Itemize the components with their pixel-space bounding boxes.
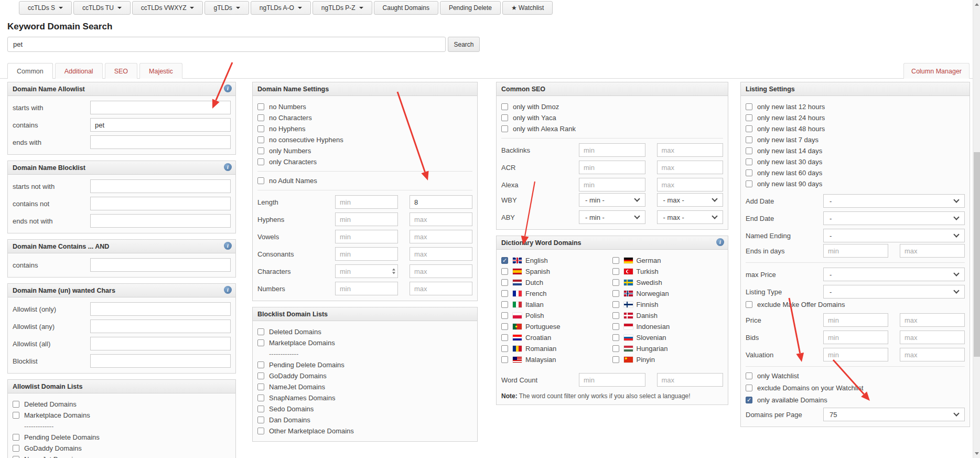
column-manager-button[interactable]: Column Manager — [903, 63, 970, 79]
domain-list-option[interactable]: Pending Delete Domains — [13, 433, 231, 442]
language-option[interactable]: Hungarian — [612, 344, 724, 353]
checkbox[interactable] — [501, 290, 508, 297]
checkbox[interactable] — [257, 372, 264, 379]
listing-option[interactable]: only new last 48 hours — [746, 124, 965, 133]
checkbox[interactable] — [257, 361, 264, 368]
checkbox[interactable] — [257, 147, 264, 154]
filter-tab[interactable]: Majestic — [139, 63, 182, 79]
checkbox[interactable] — [257, 395, 264, 401]
min-input[interactable] — [579, 373, 645, 387]
max-select[interactable]: - max - — [657, 210, 724, 224]
domain-list-option[interactable]: Deleted Domains — [257, 327, 472, 336]
checkbox[interactable] — [501, 279, 508, 286]
info-icon[interactable] — [224, 286, 232, 294]
checkbox[interactable] — [501, 268, 508, 275]
language-option[interactable]: Spanish — [501, 267, 612, 276]
checkbox[interactable] — [257, 136, 264, 143]
domain-list-option[interactable]: Marketplace Domains — [257, 338, 472, 347]
checkbox[interactable] — [257, 384, 264, 390]
checkbox[interactable] — [612, 323, 619, 330]
domain-list-option[interactable]: Pending Delete Domains — [257, 360, 472, 369]
domain-list-option[interactable]: Other Marketplace Domains — [257, 427, 472, 435]
watchlist-option[interactable]: exclude Domains on your Watchlist — [746, 384, 965, 392]
checkbox[interactable] — [746, 103, 752, 110]
seo-option[interactable]: only with Dmoz — [501, 102, 723, 111]
nav-button[interactable]: Caught Domains — [374, 1, 438, 15]
checkbox[interactable] — [501, 356, 508, 363]
min-input[interactable] — [335, 264, 398, 278]
language-option[interactable]: Pinyin — [612, 355, 724, 364]
text-input[interactable] — [90, 135, 231, 149]
setting-option[interactable]: no Characters — [257, 113, 472, 122]
checkbox[interactable] — [257, 406, 264, 412]
language-option[interactable]: Polish — [501, 311, 612, 320]
number-spinner[interactable] — [392, 269, 395, 274]
min-input[interactable] — [579, 161, 645, 174]
language-option[interactable]: Dutch — [501, 278, 612, 287]
domain-list-option[interactable]: SnapNames Domains — [257, 393, 472, 402]
domain-list-option[interactable]: Deleted Domains — [13, 400, 231, 409]
max-input[interactable] — [657, 178, 724, 191]
listing-option[interactable]: only new last 30 days — [746, 157, 965, 166]
info-icon[interactable] — [224, 84, 232, 92]
checkbox[interactable] — [257, 177, 264, 184]
max-input[interactable] — [900, 313, 965, 327]
checkbox[interactable] — [257, 114, 264, 121]
checkbox[interactable] — [257, 417, 264, 423]
max-input[interactable] — [900, 244, 965, 258]
checkbox[interactable] — [501, 334, 508, 341]
max-input[interactable] — [657, 373, 724, 387]
text-input[interactable] — [90, 337, 231, 350]
checkbox[interactable] — [746, 180, 752, 187]
seo-option[interactable]: only with Yaca — [501, 113, 723, 122]
checkbox[interactable] — [257, 428, 264, 434]
listing-option[interactable]: only new last 12 hours — [746, 102, 965, 111]
checkbox[interactable] — [746, 397, 752, 403]
min-input[interactable] — [823, 244, 888, 258]
domain-list-option[interactable]: GoDaddy Domains — [13, 444, 231, 453]
checkbox[interactable] — [501, 257, 508, 264]
checkbox[interactable] — [13, 412, 19, 419]
seo-option[interactable]: only with Alexa Rank — [501, 124, 723, 133]
max-input[interactable] — [657, 161, 724, 174]
min-input[interactable] — [335, 230, 398, 243]
listing-option[interactable]: only new last 90 days — [746, 179, 965, 188]
language-option[interactable]: Portuguese — [501, 322, 612, 331]
max-input[interactable] — [900, 331, 965, 344]
setting-option[interactable]: no consecutive Hyphens — [257, 135, 472, 144]
nav-button[interactable]: ngTLDs P-Z — [313, 1, 372, 15]
text-input[interactable] — [90, 319, 231, 333]
checkbox[interactable] — [746, 169, 752, 176]
text-input[interactable] — [90, 101, 231, 114]
language-option[interactable]: Malaysian — [501, 355, 612, 364]
language-option[interactable]: French — [501, 289, 612, 298]
checkbox[interactable] — [501, 323, 508, 330]
min-input[interactable] — [579, 143, 645, 157]
min-input[interactable] — [579, 178, 645, 191]
text-input[interactable] — [90, 354, 231, 368]
domains-per-page-select[interactable]: 75 — [823, 408, 965, 421]
info-icon[interactable] — [716, 238, 724, 246]
language-option[interactable]: Finnish — [612, 300, 724, 309]
domain-list-option[interactable]: ------------- — [13, 422, 231, 431]
min-input[interactable] — [823, 313, 888, 327]
checkbox[interactable] — [746, 158, 752, 165]
nav-button[interactable]: ccTLDs TU — [73, 1, 131, 15]
keyword-search-input[interactable] — [7, 37, 446, 52]
max-input[interactable] — [410, 195, 472, 209]
info-icon[interactable] — [224, 163, 232, 171]
scrollbar-thumb[interactable] — [974, 152, 980, 357]
checkbox[interactable] — [257, 158, 264, 165]
max-select[interactable]: - max - — [657, 193, 724, 207]
dropdown-select[interactable]: - — [823, 285, 965, 299]
min-input[interactable] — [335, 212, 398, 226]
checkbox[interactable] — [13, 445, 19, 452]
domain-list-option[interactable]: ------------- — [257, 349, 472, 358]
setting-option[interactable]: only Numbers — [257, 146, 472, 155]
nav-button[interactable]: ccTLDs S — [19, 1, 72, 15]
nav-button[interactable]: gTLDs — [204, 1, 249, 15]
nav-button[interactable]: ★ Watchlist — [502, 1, 553, 15]
dropdown-select[interactable]: - — [823, 229, 965, 242]
text-input[interactable] — [90, 179, 231, 193]
checkbox[interactable] — [501, 301, 508, 308]
